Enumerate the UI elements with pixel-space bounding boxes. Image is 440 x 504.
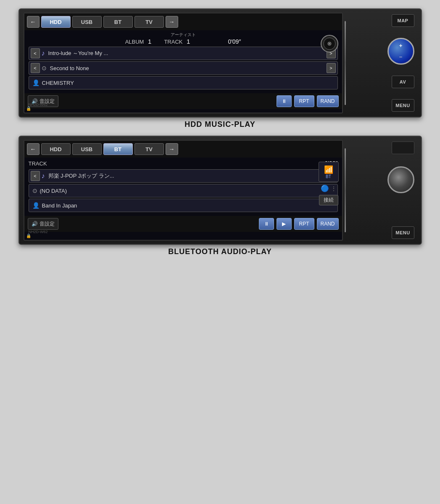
rpt-btn-1[interactable]: RPT	[294, 95, 314, 107]
disc-icon-1	[320, 34, 339, 53]
artist-row-2: 👤 Band In Japan	[29, 199, 338, 212]
caption-1: HDD MUSIC-PLAY	[184, 120, 255, 129]
album-prev-1[interactable]: <	[31, 63, 40, 73]
bottom-bar-2: 🔊 音設定 ⏸ ▶ RPT RAND	[24, 216, 342, 232]
track-label-2: TRACK	[29, 160, 47, 167]
side-panel-2: MENU	[348, 140, 417, 241]
pause-btn-1[interactable]: ⏸	[277, 95, 292, 107]
tab-arrow-right-1[interactable]: →	[166, 16, 178, 28]
tab-bt-1[interactable]: BT	[103, 16, 133, 28]
tab-hdd-2[interactable]: HDD	[41, 143, 71, 155]
rpt-btn-2[interactable]: RPT	[294, 218, 314, 230]
head-unit-2: ← HDD USB BT TV → TRACK 0′32″ < ♪	[18, 136, 422, 245]
divider-1	[345, 21, 346, 105]
album-next-1[interactable]: >	[327, 63, 336, 73]
track-title-2: 邦楽 J-POP Jポップ ラン...	[48, 172, 325, 180]
artist-person-icon: 👤	[32, 79, 40, 86]
album-disc-icon: ⊙	[42, 65, 47, 71]
track-prev-1[interactable]: <	[31, 48, 40, 58]
track-label: TRACK	[164, 39, 182, 45]
screen-2: ← HDD USB BT TV → TRACK 0′32″ < ♪	[24, 140, 343, 241]
artist-label: アーティスト	[171, 32, 196, 38]
track-num: 1	[187, 38, 190, 45]
track-prev-2[interactable]: <	[31, 171, 40, 181]
tab-arrow-left-2[interactable]: ←	[27, 143, 40, 155]
tab-arrow-right-2[interactable]: →	[166, 143, 178, 155]
tab-hdd-1[interactable]: HDD	[41, 16, 71, 28]
side-panel-1: MAP AV MENU	[348, 13, 417, 113]
svg-point-3	[329, 43, 330, 45]
lock-icon-2: 🔒	[26, 234, 31, 238]
tab-bar-2: ← HDD USB BT TV →	[24, 141, 342, 158]
rand-btn-2[interactable]: RAND	[317, 218, 339, 230]
content-area-1: アーティスト ALBUM 1 TRACK 1 0′09″	[24, 30, 342, 93]
menu-btn-1[interactable]: MENU	[392, 99, 414, 112]
tab-bt-2[interactable]: BT	[103, 143, 133, 155]
artist-name-2: Band In Japan	[42, 202, 77, 209]
content-area-2: TRACK 0′32″ < ♪ 邦楽 J-POP Jポップ ラン... > ⊙ …	[24, 158, 342, 216]
tab-bar-1: ← HDD USB BT TV →	[24, 13, 342, 30]
bt-icon-box: 📶 BT	[319, 162, 339, 182]
bottom-bar-1: 🔊 音設定 ⏸ RPT RAND	[24, 93, 342, 109]
sound-settings-btn-2[interactable]: 🔊 音設定	[28, 218, 58, 230]
time-display-1: 0′09″	[228, 38, 241, 45]
track-title-1: Intro-lude ～You're My ...	[48, 50, 325, 57]
menu-btn-2[interactable]: MENU	[392, 226, 414, 239]
head-unit-1: ← HDD USB BT TV → アーティスト ALBUM 1	[18, 8, 422, 118]
model-num-2: NH2D-W62	[29, 230, 48, 234]
track-music-icon: ♪	[42, 50, 45, 57]
av-btn-1[interactable]: AV	[392, 76, 414, 88]
artist-person-icon-2: 👤	[32, 202, 40, 209]
divider-2	[345, 148, 346, 232]
tab-usb-2[interactable]: USB	[72, 143, 102, 155]
album-disc-icon-2: ⊙	[32, 187, 37, 194]
pause-btn-2[interactable]: ⏸	[259, 218, 274, 230]
artist-row-1: 👤 CHEMISTRY	[29, 76, 338, 89]
tab-tv-2[interactable]: TV	[134, 143, 164, 155]
bt-status: 🔵 ⋮	[321, 184, 337, 192]
track-row-2: < ♪ 邦楽 J-POP Jポップ ラン... >	[29, 169, 338, 183]
lock-icon-1: 🔒	[26, 106, 31, 111]
sound-label-2: 音設定	[40, 220, 55, 228]
map-btn-1[interactable]: MAP	[392, 14, 414, 27]
volume-knob-2[interactable]	[387, 166, 414, 193]
album-title-1: Second to None	[50, 65, 325, 71]
speaker-icon-2: 🔊	[32, 221, 38, 227]
screen-1: ← HDD USB BT TV → アーティスト ALBUM 1	[24, 13, 343, 113]
side-top-empty	[392, 142, 414, 154]
track-row-1: < ♪ Intro-lude ～You're My ... >	[29, 47, 338, 60]
tab-arrow-left-1[interactable]: ←	[27, 16, 40, 28]
album-label: ALBUM	[125, 39, 144, 45]
album-row-2: ⊙ (NO DATA)	[29, 184, 338, 197]
connect-btn[interactable]: 接続	[319, 195, 338, 205]
tab-tv-1[interactable]: TV	[134, 16, 164, 28]
rand-btn-1[interactable]: RAND	[317, 95, 339, 107]
album-row-1: < ⊙ Second to None >	[29, 61, 338, 75]
play-btn-2[interactable]: ▶	[277, 218, 292, 230]
volume-knob-1[interactable]	[387, 38, 414, 65]
album-title-2: (NO DATA)	[40, 188, 67, 194]
album-num: 1	[148, 38, 151, 45]
model-num-1: NH2D-W62	[29, 102, 48, 107]
tab-usb-1[interactable]: USB	[72, 16, 102, 28]
bt-label: BT	[326, 174, 331, 179]
artist-name-1: CHEMISTRY	[42, 80, 74, 86]
track-music-icon-2: ♪	[42, 172, 45, 180]
caption-2: BLUETOOTH AUDIO-PLAY	[168, 247, 271, 256]
